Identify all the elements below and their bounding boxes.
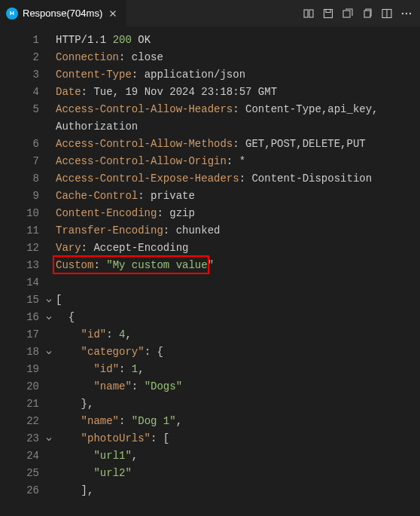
svg-rect-0: [304, 10, 308, 17]
fold-toggle[interactable]: [42, 292, 56, 309]
code-line[interactable]: {: [56, 309, 420, 326]
code-line[interactable]: Access-Control-Allow-Headers: Content-Ty…: [56, 101, 420, 118]
line-number: 16: [0, 309, 39, 326]
code-line[interactable]: Content-Encoding: gzip: [56, 205, 420, 222]
code-line[interactable]: ],: [56, 482, 420, 499]
fold-toggle[interactable]: [42, 309, 56, 326]
code-line[interactable]: HTTP/1.1 200 OK: [56, 32, 420, 49]
fold-toggle: [42, 118, 56, 136]
line-number: 9: [0, 188, 39, 205]
code-line[interactable]: "id": 1,: [56, 361, 420, 378]
code-line[interactable]: "url1",: [56, 447, 420, 465]
fold-toggle: [42, 240, 56, 257]
fold-toggle[interactable]: [42, 343, 56, 361]
fold-toggle: [42, 205, 56, 222]
line-number-gutter: 1234567891011121314151617181920212223242…: [0, 32, 42, 516]
fold-toggle: [42, 66, 56, 84]
line-number: 10: [0, 205, 39, 222]
code-content[interactable]: HTTP/1.1 200 OKConnection: closeContent-…: [56, 32, 420, 516]
code-line[interactable]: Transfer-Encoding: chunked: [56, 222, 420, 240]
code-line[interactable]: Access-Control-Allow-Origin: *: [56, 153, 420, 170]
save-icon[interactable]: [319, 5, 337, 23]
line-number: 6: [0, 136, 39, 153]
line-number: 8: [0, 170, 39, 188]
line-number: 19: [0, 361, 39, 378]
line-number: 23: [0, 430, 39, 447]
fold-gutter[interactable]: [42, 32, 56, 516]
fold-toggle: [42, 153, 56, 170]
code-line[interactable]: Cache-Control: private: [56, 188, 420, 205]
code-line[interactable]: Date: Tue, 19 Nov 2024 23:18:57 GMT: [56, 84, 420, 101]
code-line[interactable]: Access-Control-Allow-Methods: GET,POST,D…: [56, 136, 420, 153]
svg-rect-3: [343, 11, 350, 17]
line-number: 7: [0, 153, 39, 170]
code-line[interactable]: Custom: "My custom value": [56, 257, 420, 274]
split-editor-icon[interactable]: [378, 5, 396, 23]
editor-actions: [300, 5, 420, 23]
fold-toggle: [42, 326, 56, 343]
line-number: 11: [0, 222, 39, 240]
fold-toggle: [42, 378, 56, 395]
fold-toggle: [42, 274, 56, 292]
svg-point-9: [409, 12, 411, 14]
fold-toggle: [42, 136, 56, 153]
line-number: 26: [0, 482, 39, 499]
code-line[interactable]: Connection: close: [56, 49, 420, 66]
svg-point-7: [402, 12, 403, 14]
more-actions-icon[interactable]: [397, 5, 415, 23]
code-editor[interactable]: 1234567891011121314151617181920212223242…: [0, 27, 420, 516]
fold-toggle: [42, 482, 56, 499]
fold-toggle: [42, 413, 56, 430]
fold-toggle: [42, 188, 56, 205]
code-line[interactable]: [56, 274, 420, 292]
line-number: 24: [0, 447, 39, 465]
fold-toggle: [42, 395, 56, 413]
close-tab-button[interactable]: [107, 8, 119, 20]
fold-toggle[interactable]: [42, 430, 56, 447]
svg-point-8: [406, 12, 407, 14]
code-line[interactable]: Authorization: [56, 118, 420, 136]
copy-icon[interactable]: [358, 5, 376, 23]
line-number: 25: [0, 465, 39, 482]
code-line[interactable]: "photoUrls": [: [56, 430, 420, 447]
line-number: 4: [0, 84, 39, 101]
line-number: 1: [0, 32, 39, 49]
code-line[interactable]: },: [56, 395, 420, 413]
fold-toggle: [42, 257, 56, 274]
line-number: 20: [0, 378, 39, 395]
line-number: 12: [0, 240, 39, 257]
line-number: 21: [0, 395, 39, 413]
code-line[interactable]: "url2": [56, 465, 420, 482]
svg-rect-4: [364, 11, 370, 17]
fold-toggle: [42, 32, 56, 49]
code-line[interactable]: "name": "Dog 1",: [56, 413, 420, 430]
line-number: 2: [0, 49, 39, 66]
code-line[interactable]: "id": 4,: [56, 326, 420, 343]
code-line[interactable]: "name": "Dogs": [56, 378, 420, 395]
line-number: 3: [0, 66, 39, 84]
compare-icon[interactable]: [300, 5, 318, 23]
code-line[interactable]: Access-Control-Expose-Headers: Content-D…: [56, 170, 420, 188]
fold-toggle: [42, 447, 56, 465]
line-number: 15: [0, 292, 39, 309]
fold-toggle: [42, 361, 56, 378]
line-number: 14: [0, 274, 39, 292]
tab-response[interactable]: H Response(704ms): [0, 0, 127, 26]
line-number: [0, 118, 39, 136]
save-all-icon[interactable]: [339, 5, 357, 23]
tab-title: Response(704ms): [23, 8, 102, 19]
line-number: 13: [0, 257, 39, 274]
fold-toggle: [42, 170, 56, 188]
fold-toggle: [42, 465, 56, 482]
tab-bar: H Response(704ms): [0, 0, 420, 27]
code-line[interactable]: Content-Type: application/json: [56, 66, 420, 84]
fold-toggle: [42, 222, 56, 240]
code-line[interactable]: [: [56, 292, 420, 309]
fold-toggle: [42, 84, 56, 101]
line-number: 22: [0, 413, 39, 430]
svg-rect-1: [309, 10, 313, 17]
fold-toggle: [42, 49, 56, 66]
line-number: 18: [0, 343, 39, 361]
code-line[interactable]: Vary: Accept-Encoding: [56, 240, 420, 257]
code-line[interactable]: "category": {: [56, 343, 420, 361]
